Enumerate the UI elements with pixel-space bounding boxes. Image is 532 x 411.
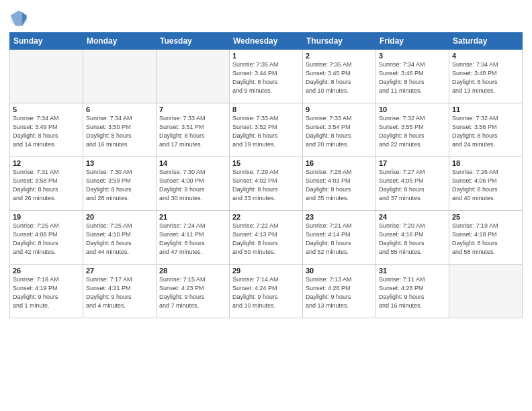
calendar-cell: 25Sunrise: 7:19 AM Sunset: 4:18 PM Dayli… <box>449 211 523 265</box>
day-number: 9 <box>306 105 373 113</box>
calendar-cell: 17Sunrise: 7:27 AM Sunset: 4:05 PM Dayli… <box>376 157 449 211</box>
calendar-cell: 21Sunrise: 7:24 AM Sunset: 4:11 PM Dayli… <box>157 211 230 265</box>
day-number: 24 <box>379 213 446 221</box>
day-info: Sunrise: 7:33 AM Sunset: 3:54 PM Dayligh… <box>306 114 373 149</box>
calendar-cell: 6Sunrise: 7:34 AM Sunset: 3:50 PM Daylig… <box>83 103 157 157</box>
calendar-cell: 26Sunrise: 7:18 AM Sunset: 4:19 PM Dayli… <box>10 265 83 318</box>
day-number: 19 <box>13 213 80 221</box>
week-row-5: 26Sunrise: 7:18 AM Sunset: 4:19 PM Dayli… <box>10 265 523 318</box>
calendar-cell: 28Sunrise: 7:15 AM Sunset: 4:23 PM Dayli… <box>157 265 230 318</box>
day-info: Sunrise: 7:30 AM Sunset: 3:59 PM Dayligh… <box>86 168 153 203</box>
calendar-cell: 10Sunrise: 7:32 AM Sunset: 3:55 PM Dayli… <box>376 103 449 157</box>
calendar-cell: 20Sunrise: 7:25 AM Sunset: 4:10 PM Dayli… <box>83 211 157 265</box>
calendar-cell: 2Sunrise: 7:35 AM Sunset: 3:45 PM Daylig… <box>303 50 376 103</box>
logo-icon <box>9 9 28 28</box>
day-number: 10 <box>379 105 446 113</box>
calendar-cell: 16Sunrise: 7:28 AM Sunset: 4:03 PM Dayli… <box>303 157 376 211</box>
calendar-cell: 19Sunrise: 7:25 AM Sunset: 4:08 PM Dayli… <box>10 211 83 265</box>
calendar-cell: 9Sunrise: 7:33 AM Sunset: 3:54 PM Daylig… <box>303 103 376 157</box>
day-info: Sunrise: 7:34 AM Sunset: 3:49 PM Dayligh… <box>13 114 80 149</box>
calendar: SundayMondayTuesdayWednesdayThursdayFrid… <box>9 32 523 318</box>
day-number: 27 <box>86 267 153 275</box>
day-info: Sunrise: 7:28 AM Sunset: 4:03 PM Dayligh… <box>306 168 373 203</box>
day-info: Sunrise: 7:17 AM Sunset: 4:21 PM Dayligh… <box>86 275 153 310</box>
day-info: Sunrise: 7:34 AM Sunset: 3:50 PM Dayligh… <box>86 114 153 149</box>
calendar-cell: 27Sunrise: 7:17 AM Sunset: 4:21 PM Dayli… <box>83 265 157 318</box>
calendar-cell: 3Sunrise: 7:34 AM Sunset: 3:46 PM Daylig… <box>376 50 449 103</box>
day-number: 7 <box>159 105 226 113</box>
day-number: 11 <box>452 105 519 113</box>
day-number: 25 <box>452 213 519 221</box>
day-number: 4 <box>452 52 519 60</box>
day-number: 15 <box>232 159 300 167</box>
weekday-header-row: SundayMondayTuesdayWednesdayThursdayFrid… <box>10 33 523 50</box>
day-info: Sunrise: 7:14 AM Sunset: 4:24 PM Dayligh… <box>232 275 300 310</box>
calendar-cell: 31Sunrise: 7:11 AM Sunset: 4:28 PM Dayli… <box>376 265 449 318</box>
calendar-cell: 12Sunrise: 7:31 AM Sunset: 3:58 PM Dayli… <box>10 157 83 211</box>
day-info: Sunrise: 7:34 AM Sunset: 3:46 PM Dayligh… <box>379 60 446 95</box>
calendar-cell: 15Sunrise: 7:29 AM Sunset: 4:02 PM Dayli… <box>230 157 303 211</box>
day-number: 30 <box>306 267 373 275</box>
day-number: 16 <box>306 159 373 167</box>
weekday-header-thursday: Thursday <box>303 33 376 50</box>
day-info: Sunrise: 7:13 AM Sunset: 4:26 PM Dayligh… <box>306 275 373 310</box>
weekday-header-sunday: Sunday <box>10 33 83 50</box>
calendar-cell: 7Sunrise: 7:33 AM Sunset: 3:51 PM Daylig… <box>157 103 230 157</box>
day-info: Sunrise: 7:26 AM Sunset: 4:06 PM Dayligh… <box>452 168 519 203</box>
day-info: Sunrise: 7:32 AM Sunset: 3:56 PM Dayligh… <box>452 114 519 149</box>
day-info: Sunrise: 7:33 AM Sunset: 3:51 PM Dayligh… <box>159 114 226 149</box>
day-number: 3 <box>379 52 446 60</box>
week-row-4: 19Sunrise: 7:25 AM Sunset: 4:08 PM Dayli… <box>10 211 523 265</box>
calendar-cell: 29Sunrise: 7:14 AM Sunset: 4:24 PM Dayli… <box>230 265 303 318</box>
logo <box>9 9 31 28</box>
day-info: Sunrise: 7:33 AM Sunset: 3:52 PM Dayligh… <box>232 114 300 149</box>
calendar-cell: 1Sunrise: 7:35 AM Sunset: 3:44 PM Daylig… <box>230 50 303 103</box>
day-info: Sunrise: 7:25 AM Sunset: 4:08 PM Dayligh… <box>13 222 80 257</box>
day-number: 13 <box>86 159 153 167</box>
day-info: Sunrise: 7:20 AM Sunset: 4:16 PM Dayligh… <box>379 222 446 257</box>
calendar-cell: 4Sunrise: 7:34 AM Sunset: 3:48 PM Daylig… <box>449 50 523 103</box>
calendar-cell <box>157 50 230 103</box>
day-info: Sunrise: 7:21 AM Sunset: 4:14 PM Dayligh… <box>306 222 373 257</box>
calendar-cell: 8Sunrise: 7:33 AM Sunset: 3:52 PM Daylig… <box>230 103 303 157</box>
day-info: Sunrise: 7:11 AM Sunset: 4:28 PM Dayligh… <box>379 275 446 310</box>
week-row-1: 1Sunrise: 7:35 AM Sunset: 3:44 PM Daylig… <box>10 50 523 103</box>
weekday-header-monday: Monday <box>83 33 157 50</box>
day-info: Sunrise: 7:32 AM Sunset: 3:55 PM Dayligh… <box>379 114 446 149</box>
week-row-2: 5Sunrise: 7:34 AM Sunset: 3:49 PM Daylig… <box>10 103 523 157</box>
calendar-cell <box>449 265 523 318</box>
day-number: 6 <box>86 105 153 113</box>
day-number: 29 <box>232 267 300 275</box>
day-number: 23 <box>306 213 373 221</box>
day-number: 5 <box>13 105 80 113</box>
day-info: Sunrise: 7:24 AM Sunset: 4:11 PM Dayligh… <box>159 222 226 257</box>
calendar-cell: 30Sunrise: 7:13 AM Sunset: 4:26 PM Dayli… <box>303 265 376 318</box>
day-info: Sunrise: 7:25 AM Sunset: 4:10 PM Dayligh… <box>86 222 153 257</box>
calendar-cell: 22Sunrise: 7:22 AM Sunset: 4:13 PM Dayli… <box>230 211 303 265</box>
calendar-cell: 5Sunrise: 7:34 AM Sunset: 3:49 PM Daylig… <box>10 103 83 157</box>
day-number: 26 <box>13 267 80 275</box>
day-info: Sunrise: 7:30 AM Sunset: 4:00 PM Dayligh… <box>159 168 226 203</box>
weekday-header-wednesday: Wednesday <box>230 33 303 50</box>
week-row-3: 12Sunrise: 7:31 AM Sunset: 3:58 PM Dayli… <box>10 157 523 211</box>
day-info: Sunrise: 7:31 AM Sunset: 3:58 PM Dayligh… <box>13 168 80 203</box>
calendar-cell: 23Sunrise: 7:21 AM Sunset: 4:14 PM Dayli… <box>303 211 376 265</box>
day-info: Sunrise: 7:15 AM Sunset: 4:23 PM Dayligh… <box>159 275 226 310</box>
calendar-cell: 18Sunrise: 7:26 AM Sunset: 4:06 PM Dayli… <box>449 157 523 211</box>
day-info: Sunrise: 7:22 AM Sunset: 4:13 PM Dayligh… <box>232 222 300 257</box>
day-info: Sunrise: 7:35 AM Sunset: 3:44 PM Dayligh… <box>232 60 300 95</box>
calendar-cell <box>83 50 157 103</box>
day-info: Sunrise: 7:27 AM Sunset: 4:05 PM Dayligh… <box>379 168 446 203</box>
day-number: 8 <box>232 105 300 113</box>
weekday-header-tuesday: Tuesday <box>157 33 230 50</box>
day-number: 1 <box>232 52 300 60</box>
day-number: 21 <box>159 213 226 221</box>
day-number: 2 <box>306 52 373 60</box>
calendar-cell: 11Sunrise: 7:32 AM Sunset: 3:56 PM Dayli… <box>449 103 523 157</box>
header <box>9 7 523 28</box>
day-info: Sunrise: 7:34 AM Sunset: 3:48 PM Dayligh… <box>452 60 519 95</box>
day-info: Sunrise: 7:35 AM Sunset: 3:45 PM Dayligh… <box>306 60 373 95</box>
calendar-cell: 14Sunrise: 7:30 AM Sunset: 4:00 PM Dayli… <box>157 157 230 211</box>
day-number: 18 <box>452 159 519 167</box>
weekday-header-friday: Friday <box>376 33 449 50</box>
